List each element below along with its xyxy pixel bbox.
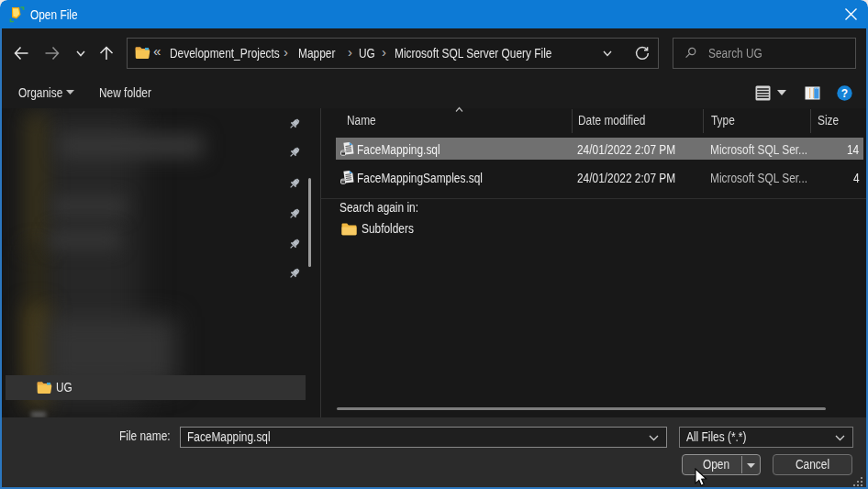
svg-text:?: ? — [841, 87, 848, 100]
